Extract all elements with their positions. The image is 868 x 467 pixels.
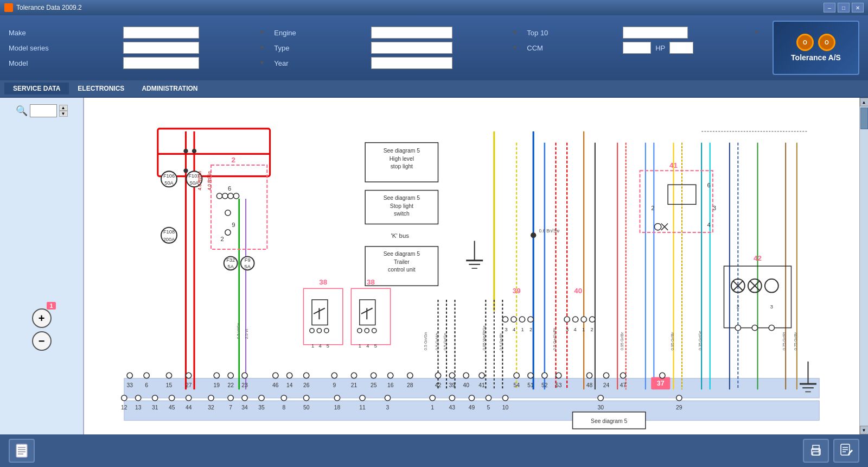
svg-text:9: 9: [333, 382, 336, 388]
svg-text:6: 6: [228, 185, 231, 192]
top10-dropdown-arrow: [754, 31, 758, 34]
plus-button[interactable]: +: [32, 308, 52, 328]
model-dropdown-arrow: [260, 62, 264, 65]
svg-text:5: 5: [374, 343, 377, 349]
svg-point-253: [304, 395, 309, 401]
close-button[interactable]: ✕: [852, 3, 864, 12]
top10-dropdown-wrap[interactable]: [623, 27, 760, 39]
zoom-spinner[interactable]: ▲ ▼: [59, 105, 68, 117]
year-input[interactable]: 2003 - 2005: [371, 57, 452, 69]
type-input[interactable]: E46: [371, 42, 452, 54]
titlebar-controls[interactable]: – □ ✕: [824, 3, 864, 12]
edit-button[interactable]: [833, 439, 859, 463]
svg-text:40: 40: [574, 287, 582, 295]
svg-point-241: [620, 373, 626, 378]
svg-text:'K' bus: 'K' bus: [391, 232, 410, 239]
model-input[interactable]: 330 D Coupe: [123, 57, 199, 69]
service-data-button[interactable]: SERVICE DATA: [4, 83, 69, 94]
restore-button[interactable]: □: [838, 3, 850, 12]
svg-text:19: 19: [214, 382, 220, 388]
zoom-icon: 🔍: [16, 105, 28, 117]
svg-text:See diagram 5: See diagram 5: [384, 251, 420, 257]
make-dropdown-arrow: [260, 31, 264, 34]
model-series-dropdown-wrap[interactable]: 3-series [E46] [199: [123, 42, 265, 54]
top10-input[interactable]: [623, 27, 688, 39]
svg-text:38: 38: [319, 278, 327, 286]
svg-point-223: [273, 373, 278, 378]
svg-text:F108: F108: [163, 229, 175, 235]
administration-button[interactable]: ADMINISTRATION: [133, 83, 206, 94]
svg-point-232: [449, 373, 455, 378]
svg-point-264: [183, 149, 188, 153]
svg-point-226: [331, 373, 337, 378]
svg-text:50: 50: [303, 405, 310, 411]
svg-text:2.5 Vi: 2.5 Vi: [244, 329, 249, 339]
svg-text:0.5 Ge/Rt: 0.5 Ge/Rt: [499, 333, 503, 350]
top10-label: Top 10: [527, 29, 614, 37]
svg-text:39: 39: [449, 382, 456, 388]
svg-text:32: 32: [208, 405, 214, 411]
svg-point-221: [228, 373, 233, 378]
svg-text:16: 16: [387, 382, 394, 388]
svg-text:52: 52: [541, 382, 548, 388]
svg-text:10: 10: [502, 405, 509, 411]
svg-text:2: 2: [737, 304, 739, 310]
scroll-thumb[interactable]: [860, 108, 868, 129]
svg-point-56: [228, 193, 233, 199]
diagram-area[interactable]: F106 50A F107 50A F108 200A F32 5A F9 5A…: [84, 98, 859, 434]
svg-text:22: 22: [227, 382, 234, 388]
notes-button[interactable]: [9, 439, 35, 463]
minimize-button[interactable]: –: [824, 3, 835, 12]
engine-dropdown-wrap[interactable]: M57TU - 306D2: [371, 27, 519, 39]
zoom-down-button[interactable]: ▼: [59, 111, 68, 117]
svg-text:33: 33: [126, 382, 133, 388]
svg-point-276: [819, 450, 820, 452]
svg-text:35: 35: [258, 405, 265, 411]
type-dropdown-wrap[interactable]: E46: [371, 42, 519, 54]
scroll-down-arrow[interactable]: ▼: [860, 426, 869, 434]
svg-text:40: 40: [463, 382, 469, 388]
svg-text:30: 30: [597, 405, 604, 411]
svg-text:3: 3: [770, 304, 773, 310]
svg-point-228: [371, 373, 376, 378]
svg-text:51: 51: [527, 382, 534, 388]
svg-text:See diagram 5: See diagram 5: [384, 148, 420, 154]
model-dropdown-wrap[interactable]: 330 D Coupe: [123, 57, 265, 69]
ccm-label: CCM: [527, 44, 614, 52]
scroll-up-arrow[interactable]: ▲: [860, 98, 869, 106]
svg-text:3: 3: [713, 205, 716, 211]
svg-text:42: 42: [754, 254, 762, 262]
svg-text:3: 3: [505, 327, 507, 332]
hp-input[interactable]: 204: [669, 42, 693, 54]
svg-text:43: 43: [449, 405, 456, 411]
svg-point-262: [598, 395, 603, 401]
svg-point-265: [192, 149, 196, 153]
svg-text:2: 2: [232, 156, 235, 164]
vertical-scrollbar[interactable]: ▲ ▼: [859, 98, 868, 434]
svg-point-245: [152, 395, 158, 401]
svg-text:1: 1: [582, 327, 585, 332]
make-input[interactable]: BMW: [123, 27, 199, 39]
svg-point-222: [242, 373, 247, 378]
zoom-input[interactable]: 169: [30, 104, 57, 117]
svg-point-91: [358, 329, 362, 333]
svg-text:0.5 Gn/Gn: 0.5 Gn/Gn: [423, 332, 428, 350]
svg-point-235: [514, 373, 519, 378]
svg-text:6: 6: [145, 382, 148, 388]
ccm-input[interactable]: 2993: [623, 42, 651, 54]
zoom-control: 🔍 169 ▲ ▼: [16, 104, 68, 117]
electronics-button[interactable]: ELECTRONICS: [69, 83, 133, 94]
edit-icon: [839, 443, 854, 458]
make-dropdown-wrap[interactable]: BMW: [123, 27, 265, 39]
svg-text:8: 8: [282, 405, 285, 411]
svg-point-107: [564, 317, 570, 322]
svg-point-136: [735, 325, 741, 331]
zoom-up-button[interactable]: ▲: [59, 105, 68, 111]
svg-point-163: [531, 232, 536, 238]
minus-button[interactable]: −: [32, 331, 52, 351]
print-button[interactable]: [803, 439, 829, 463]
model-series-input[interactable]: 3-series [E46] [199: [123, 42, 199, 54]
svg-text:11: 11: [359, 405, 366, 411]
engine-input[interactable]: M57TU - 306D2: [371, 27, 452, 39]
svg-rect-2: [124, 401, 819, 420]
